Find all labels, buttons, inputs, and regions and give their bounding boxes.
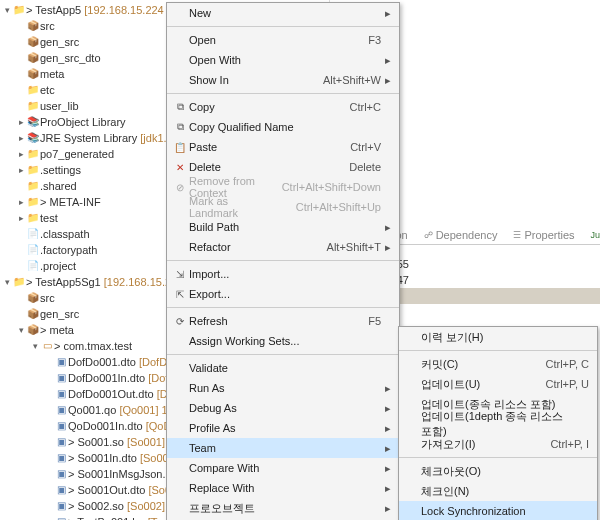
refresh-icon: ⟳ (171, 316, 189, 327)
menu-copy[interactable]: ⧉CopyCtrl+C (167, 97, 399, 117)
submenu-checkout[interactable]: 체크아웃(O) (399, 461, 597, 481)
submenu-fetch[interactable]: 가져오기(I)Ctrl+P, I (399, 434, 597, 454)
menu-show-in[interactable]: Show InAlt+Shift+W▸ (167, 70, 399, 90)
menu-mark-landmark: Mark as LandmarkCtrl+Alt+Shift+Up (167, 197, 399, 217)
menu-import[interactable]: ⇲Import... (167, 264, 399, 284)
menu-new[interactable]: New▸ (167, 3, 399, 23)
menu-separator (167, 307, 399, 308)
submenu-lock-sync[interactable]: Lock Synchronization (399, 501, 597, 520)
submenu-commit[interactable]: 커밋(C)Ctrl+P, C (399, 354, 597, 374)
copy-icon: ⧉ (171, 101, 189, 113)
menu-separator (399, 457, 597, 458)
menu-refresh[interactable]: ⟳RefreshF5 (167, 311, 399, 331)
menu-debug-as[interactable]: Debug As▸ (167, 398, 399, 418)
team-submenu: 이력 보기(H) 커밋(C)Ctrl+P, C 업데이트(U)Ctrl+P, U… (398, 326, 598, 520)
menu-delete[interactable]: ✕DeleteDelete (167, 157, 399, 177)
dependency-icon: ☍ (424, 230, 433, 240)
submenu-update[interactable]: 업데이트(U)Ctrl+P, U (399, 374, 597, 394)
menu-open-with[interactable]: Open With▸ (167, 50, 399, 70)
menu-remove-context: ⊘Remove from ContextCtrl+Alt+Shift+Down (167, 177, 399, 197)
menu-proobject[interactable]: 프로오브젝트▸ (167, 498, 399, 518)
menu-build-path[interactable]: Build Path▸ (167, 217, 399, 237)
dirty-marker: > (26, 4, 35, 16)
menu-copy-qualified[interactable]: ⧉Copy Qualified Name (167, 117, 399, 137)
menu-paste[interactable]: 📋PasteCtrl+V (167, 137, 399, 157)
remove-context-icon: ⊘ (171, 182, 189, 193)
junit-icon: Ju (591, 230, 600, 240)
delete-icon: ✕ (171, 162, 189, 173)
context-menu: New▸ OpenF3 Open With▸ Show InAlt+Shift+… (166, 2, 400, 520)
menu-replace-with[interactable]: Replace With▸ (167, 478, 399, 498)
menu-separator (167, 354, 399, 355)
tab-junit[interactable]: JuJUnit (585, 225, 600, 244)
tab-properties[interactable]: ☰Properties (507, 225, 580, 244)
menu-compare-with[interactable]: Compare With▸ (167, 458, 399, 478)
menu-separator (167, 93, 399, 94)
menu-validate[interactable]: Validate (167, 358, 399, 378)
paste-icon: 📋 (171, 142, 189, 153)
submenu-checkin[interactable]: 체크인(N) (399, 481, 597, 501)
submenu-update-1depth[interactable]: 업데이트(1depth 종속 리소스 포함) (399, 414, 597, 434)
menu-assign-ws[interactable]: Assign Working Sets... (167, 331, 399, 351)
menu-separator (399, 350, 597, 351)
menu-export[interactable]: ⇱Export... (167, 284, 399, 304)
menu-profile-as[interactable]: Profile As▸ (167, 418, 399, 438)
import-icon: ⇲ (171, 269, 189, 280)
properties-icon: ☰ (513, 230, 521, 240)
menu-separator (167, 260, 399, 261)
export-icon: ⇱ (171, 289, 189, 300)
project-name: TestApp5 (35, 4, 81, 16)
menu-open[interactable]: OpenF3 (167, 30, 399, 50)
tab-dependency[interactable]: ☍Dependency (418, 225, 504, 244)
copy-qualified-icon: ⧉ (171, 121, 189, 133)
menu-refactor[interactable]: RefactorAlt+Shift+T▸ (167, 237, 399, 257)
menu-run-as[interactable]: Run As▸ (167, 378, 399, 398)
menu-team[interactable]: Team▸ (167, 438, 399, 458)
menu-separator (167, 26, 399, 27)
submenu-history[interactable]: 이력 보기(H) (399, 327, 597, 347)
